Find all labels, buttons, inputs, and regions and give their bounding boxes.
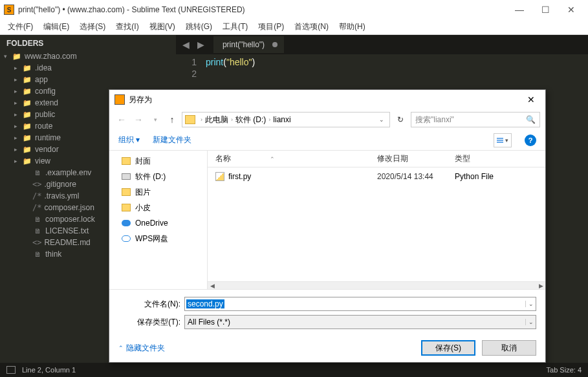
place-item[interactable]: 软件 (D:) xyxy=(109,169,207,184)
new-folder-button[interactable]: 新建文件夹 xyxy=(153,135,191,145)
chevron-up-icon: ⌃ xyxy=(118,345,124,351)
dialog-titlebar: 另存为 ✕ xyxy=(109,90,545,109)
window-titlebar: S print("hello") • (www.zhao.com) - Subl… xyxy=(0,0,588,19)
file-row[interactable]: first.py 2020/5/14 13:44 Python File xyxy=(208,167,545,186)
menu-find[interactable]: 查找(I) xyxy=(111,21,144,32)
place-item[interactable]: 小皮 xyxy=(109,200,207,215)
menu-tools[interactable]: 工具(T) xyxy=(217,21,253,32)
editor-tab[interactable]: print("hello") xyxy=(213,36,284,53)
save-as-dialog: 另存为 ✕ ← → ▾ ↑ › 此电脑› 软件 (D:)› lianxi ⌄ ↻… xyxy=(109,89,546,363)
help-button[interactable]: ? xyxy=(525,135,536,146)
nav-fwd-button[interactable]: → xyxy=(131,113,146,127)
places-sidebar: 封面软件 (D:)图片小皮OneDriveWPS网盘 xyxy=(109,151,208,289)
hide-folders-button[interactable]: ⌃ 隐藏文件夹 xyxy=(118,343,165,354)
dialog-toolbar: 组织 ▾ 新建文件夹 ▾ ? xyxy=(109,130,545,151)
address-bar[interactable]: › 此电脑› 软件 (D:)› lianxi ⌄ xyxy=(182,112,390,127)
menu-view[interactable]: 视图(V) xyxy=(144,21,180,32)
sort-indicator-icon: ⌃ xyxy=(270,156,275,162)
dialog-logo-icon xyxy=(114,94,125,105)
menu-edit[interactable]: 编辑(E) xyxy=(38,21,74,32)
search-icon: 🔍 xyxy=(526,115,536,124)
tab-label: print("hello") xyxy=(223,40,265,49)
close-button[interactable]: ✕ xyxy=(558,5,584,15)
menu-help[interactable]: 帮助(H) xyxy=(334,21,371,32)
minimize-button[interactable]: — xyxy=(506,5,532,15)
chevron-down-icon[interactable]: ⌄ xyxy=(376,116,387,123)
tab-nav-arrows[interactable]: ◀ ▶ xyxy=(176,39,213,50)
search-input[interactable]: 搜索"lianxi" 🔍 xyxy=(411,112,540,127)
tree-folder[interactable]: ▸📁.idea xyxy=(0,62,176,74)
filename-input[interactable]: second.py ⌄ xyxy=(184,297,536,311)
file-columns-header[interactable]: 名称⌃ 修改日期 类型 xyxy=(208,151,545,167)
chevron-down-icon[interactable]: ⌄ xyxy=(525,319,536,325)
place-item[interactable]: OneDrive xyxy=(109,215,207,231)
tab-bar: ◀ ▶ print("hello") xyxy=(176,35,588,54)
search-placeholder: 搜索"lianxi" xyxy=(415,114,454,125)
horizontal-scrollbar[interactable]: ◀▶ xyxy=(208,281,545,289)
python-file-icon xyxy=(215,172,224,181)
unsaved-dot-icon xyxy=(272,42,278,47)
status-cursor: Line 2, Column 1 xyxy=(22,366,76,374)
tree-root-label: www.zhao.com xyxy=(25,52,77,61)
app-logo-icon: S xyxy=(4,5,14,15)
dialog-close-button[interactable]: ✕ xyxy=(519,94,543,105)
file-list: 名称⌃ 修改日期 类型 first.py 2020/5/14 13:44 Pyt… xyxy=(208,151,545,289)
sidebar-header: FOLDERS xyxy=(0,38,176,50)
chevron-down-icon[interactable]: ⌄ xyxy=(525,301,536,307)
filename-label: 文件名(N): xyxy=(118,299,180,310)
line-gutter: 1 2 xyxy=(176,54,202,80)
menu-bar: 文件(F) 编辑(E) 选择(S) 查找(I) 视图(V) 跳转(G) 工具(T… xyxy=(0,19,588,35)
menu-file[interactable]: 文件(F) xyxy=(3,21,38,32)
tree-folder[interactable]: ▸📁app xyxy=(0,74,176,85)
organize-button[interactable]: 组织 ▾ xyxy=(118,135,140,145)
dialog-fields: 文件名(N): second.py ⌄ 保存类型(T): All Files (… xyxy=(109,290,545,334)
nav-recent-button[interactable]: ▾ xyxy=(148,113,162,127)
folder-icon xyxy=(185,115,195,124)
nav-up-button[interactable]: ↑ xyxy=(165,113,179,127)
maximize-button[interactable]: ☐ xyxy=(532,5,558,15)
tree-root[interactable]: ▾📁 www.zhao.com xyxy=(0,50,176,62)
menu-goto[interactable]: 跳转(G) xyxy=(180,21,217,32)
place-item[interactable]: 图片 xyxy=(109,184,207,200)
cancel-button[interactable]: 取消 xyxy=(482,340,536,356)
save-button[interactable]: 保存(S) xyxy=(421,340,475,356)
status-bar: Line 2, Column 1 Tab Size: 4 xyxy=(0,363,588,377)
dialog-footer: ⌃ 隐藏文件夹 保存(S) 取消 xyxy=(109,334,545,362)
dialog-title: 另存为 xyxy=(129,94,152,105)
code-editor[interactable]: 1 2 print("hello") xyxy=(176,54,588,80)
place-item[interactable]: WPS网盘 xyxy=(109,231,207,246)
status-tabsize[interactable]: Tab Size: 4 xyxy=(547,366,582,374)
panel-icon[interactable] xyxy=(6,366,16,374)
dialog-nav: ← → ▾ ↑ › 此电脑› 软件 (D:)› lianxi ⌄ ↻ 搜索"li… xyxy=(109,109,545,130)
refresh-button[interactable]: ↻ xyxy=(393,112,408,127)
filetype-select[interactable]: All Files (*.*) ⌄ xyxy=(184,315,536,329)
nav-back-button[interactable]: ← xyxy=(114,113,129,127)
menu-project[interactable]: 项目(P) xyxy=(253,21,289,32)
place-item[interactable]: 封面 xyxy=(109,153,207,169)
filetype-label: 保存类型(T): xyxy=(118,317,180,328)
menu-select[interactable]: 选择(S) xyxy=(74,21,111,32)
window-title: print("hello") • (www.zhao.com) - Sublim… xyxy=(18,5,245,14)
menu-prefs[interactable]: 首选项(N) xyxy=(289,21,334,32)
view-mode-button[interactable]: ▾ xyxy=(494,133,512,147)
